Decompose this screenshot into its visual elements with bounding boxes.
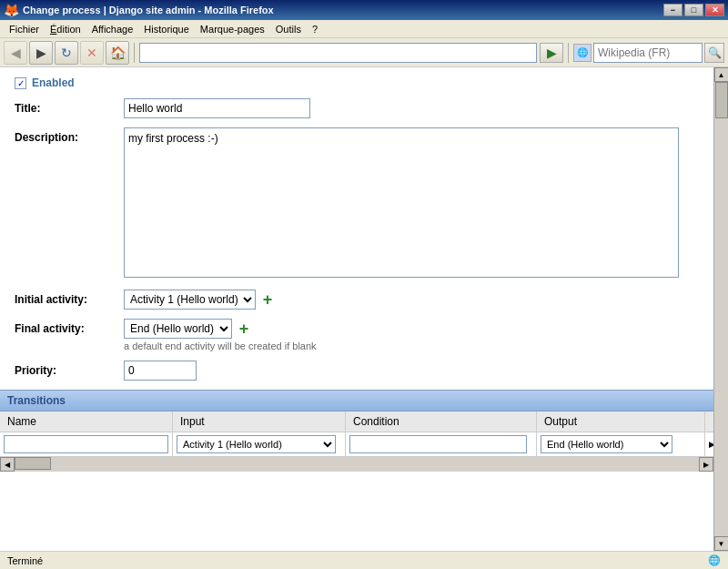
scroll-thumb[interactable]: [715, 82, 728, 118]
transitions-header: Transitions: [0, 390, 713, 412]
title-row: Title:: [15, 98, 699, 118]
final-activity-add-button[interactable]: +: [236, 320, 252, 337]
browser-icon: 🦊: [4, 3, 19, 17]
initial-activity-select[interactable]: Activity 1 (Hello world): [124, 290, 256, 310]
menu-help[interactable]: ?: [307, 22, 323, 36]
vertical-scrollbar: ▲ ▼: [713, 67, 728, 551]
final-activity-select[interactable]: End (Hello world): [124, 319, 232, 339]
menu-edition[interactable]: Édition: [45, 22, 86, 36]
cell-name: [0, 432, 173, 456]
cell-scroll-arrow: ▶: [705, 437, 713, 452]
search-area: 🌐 🔍: [573, 43, 724, 63]
menu-bar: Fichier Édition Affichage Historique Mar…: [0, 20, 728, 38]
scroll-h-track[interactable]: [15, 457, 699, 472]
description-row: Description: my first process :-): [15, 127, 699, 280]
cell-input: Activity 1 (Hello world): [173, 432, 346, 456]
col-input: Input: [173, 412, 346, 432]
initial-activity-label: Initial activity:: [15, 290, 124, 306]
status-text: Terminé: [7, 555, 43, 566]
search-input[interactable]: [593, 43, 703, 63]
scroll-track[interactable]: [714, 82, 728, 536]
title-bar: 🦊 Change process | Django site admin - M…: [0, 0, 728, 20]
initial-activity-select-row: Activity 1 (Hello world) +: [124, 290, 699, 310]
window-title: Change process | Django site admin - Moz…: [23, 5, 663, 15]
col-output: Output: [537, 412, 705, 432]
toolbar-separator: [134, 43, 135, 63]
search-button[interactable]: 🔍: [704, 43, 724, 63]
status-bar: Terminé 🌐: [0, 551, 728, 569]
priority-row: Priority:: [15, 361, 699, 381]
main-content: Enabled Title: Description: my first pro…: [0, 67, 713, 551]
row-condition-input[interactable]: [349, 435, 527, 453]
description-field-container: my first process :-): [124, 127, 699, 280]
col-extra: [705, 412, 713, 432]
final-activity-field-container: End (Hello world) + a default end activi…: [124, 319, 699, 351]
minimize-button[interactable]: −: [663, 4, 682, 16]
scroll-h-thumb[interactable]: [15, 457, 51, 470]
priority-label: Priority:: [15, 361, 124, 377]
title-field-container: [124, 98, 699, 118]
final-activity-hint: a default end activity will be created i…: [124, 340, 699, 351]
final-activity-row: Final activity: End (Hello world) + a de…: [15, 319, 699, 351]
address-bar: http://localhost:8000/admin/workflow/pro…: [139, 43, 563, 63]
content-wrapper: Enabled Title: Description: my first pro…: [0, 67, 728, 551]
cell-output: End (Hello world): [537, 432, 705, 456]
enabled-row: Enabled: [15, 76, 699, 89]
menu-marque-pages[interactable]: Marque-pages: [195, 22, 270, 36]
toolbar-separator-2: [568, 43, 569, 63]
final-activity-select-row: End (Hello world) +: [124, 319, 699, 339]
row-output-select[interactable]: End (Hello world): [541, 435, 672, 453]
col-name: Name: [0, 412, 173, 432]
status-icon: 🌐: [708, 554, 721, 566]
col-condition: Condition: [346, 412, 537, 432]
description-textarea[interactable]: my first process :-): [124, 127, 679, 278]
row-name-input[interactable]: [4, 435, 168, 453]
enabled-label: Enabled: [32, 76, 75, 89]
transitions-table-header: Name Input Condition Output: [0, 412, 713, 432]
go-button[interactable]: ▶: [540, 43, 563, 63]
close-button[interactable]: ✕: [705, 4, 724, 16]
scroll-left-arrow[interactable]: ◀: [0, 457, 15, 472]
search-icon: 🌐: [573, 44, 592, 62]
back-button[interactable]: ◀: [4, 41, 27, 65]
initial-activity-row: Initial activity: Activity 1 (Hello worl…: [15, 290, 699, 310]
description-label: Description:: [15, 127, 124, 144]
title-label: Title:: [15, 98, 124, 115]
stop-button[interactable]: ✕: [80, 41, 104, 65]
menu-historique[interactable]: Historique: [138, 22, 195, 36]
horizontal-scrollbar: ◀ ▶: [0, 457, 713, 472]
scroll-up-arrow[interactable]: ▲: [714, 67, 729, 82]
initial-activity-add-button[interactable]: +: [259, 291, 276, 308]
toolbar: ◀ ▶ ↻ ✕ 🏠 http://localhost:8000/admin/wo…: [0, 38, 728, 67]
home-button[interactable]: 🏠: [106, 41, 129, 65]
initial-activity-field-container: Activity 1 (Hello world) +: [124, 290, 699, 310]
enabled-checkbox[interactable]: [15, 77, 26, 89]
priority-field-container: [124, 361, 699, 381]
maximize-button[interactable]: □: [684, 4, 703, 16]
menu-fichier[interactable]: Fichier: [4, 22, 45, 36]
menu-affichage[interactable]: Affichage: [86, 22, 139, 36]
url-input[interactable]: http://localhost:8000/admin/workflow/pro…: [139, 43, 537, 63]
priority-input[interactable]: [124, 361, 197, 381]
menu-outils[interactable]: Outils: [270, 22, 307, 36]
row-input-select[interactable]: Activity 1 (Hello world): [177, 435, 336, 453]
forward-button[interactable]: ▶: [29, 41, 53, 65]
final-activity-label: Final activity:: [15, 319, 124, 335]
refresh-button[interactable]: ↻: [55, 41, 78, 65]
scroll-down-arrow[interactable]: ▼: [714, 536, 729, 551]
scroll-right-arrow[interactable]: ▶: [699, 457, 713, 472]
title-input[interactable]: [124, 98, 310, 118]
table-row: Activity 1 (Hello world) End (Hello worl…: [0, 432, 713, 457]
cell-condition: [346, 432, 537, 456]
